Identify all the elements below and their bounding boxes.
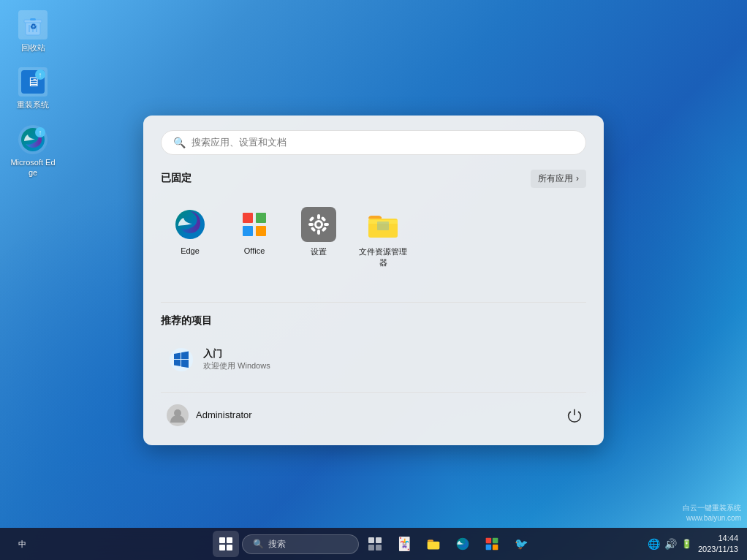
settings-app-label: 设置 <box>311 246 327 257</box>
svg-rect-51 <box>493 545 498 550</box>
file-explorer-app-label: 文件资源管理器 <box>358 246 408 268</box>
system-clock[interactable]: 14:44 2023/11/13 <box>698 533 738 556</box>
recommended-header: 推荐的项目 <box>161 314 586 328</box>
get-started-icon <box>168 347 194 373</box>
clock-time: 14:44 <box>698 533 738 544</box>
svg-rect-48 <box>486 538 492 544</box>
taskbar-search[interactable]: 🔍 搜索 <box>242 534 359 554</box>
pinned-apps-grid: Edge Office <box>161 200 586 287</box>
recommended-title: 推荐的项目 <box>161 314 212 328</box>
taskbar-search-icon: 🔍 <box>253 539 264 549</box>
app-settings[interactable]: 设置 <box>289 200 348 287</box>
pinned-section-header: 已固定 所有应用 › <box>161 170 586 188</box>
svg-rect-43 <box>376 537 382 543</box>
get-started-subtitle: 欢迎使用 Windows <box>203 360 270 371</box>
svg-rect-49 <box>493 538 498 544</box>
user-info[interactable]: Administrator <box>161 400 258 431</box>
taskbar-app-twitter[interactable]: 🐦 <box>508 531 534 557</box>
battery-icon: 🔋 <box>681 539 692 549</box>
taskbar-right: 🌐 🔊 🔋 14:44 2023/11/13 <box>648 533 738 556</box>
svg-rect-44 <box>368 545 374 550</box>
svg-rect-21 <box>256 226 266 236</box>
svg-rect-28 <box>324 223 329 226</box>
taskbar-center: 🔍 搜索 🃏 <box>213 531 534 557</box>
svg-rect-35 <box>377 222 389 230</box>
chevron-right-icon: › <box>576 173 579 183</box>
volume-icon: 🔊 <box>664 538 677 550</box>
svg-rect-38 <box>219 537 225 543</box>
taskbar-app-solitaire[interactable]: 🃏 <box>391 531 417 557</box>
user-name: Administrator <box>196 409 252 420</box>
svg-rect-25 <box>317 214 320 219</box>
taskbar-app-edge[interactable] <box>450 531 476 557</box>
user-avatar <box>167 404 189 426</box>
svg-rect-39 <box>227 537 232 543</box>
search-input[interactable] <box>192 137 574 148</box>
svg-rect-20 <box>243 226 253 236</box>
start-menu-bottom: Administrator <box>161 392 586 431</box>
network-icon: 🌐 <box>648 538 660 550</box>
system-tray: 🌐 🔊 🔋 <box>648 538 692 550</box>
svg-rect-45 <box>376 545 382 550</box>
svg-point-24 <box>316 222 321 227</box>
clock-date: 2023/11/13 <box>698 544 738 555</box>
pinned-title: 已固定 <box>161 172 192 185</box>
language-indicator[interactable]: 中 <box>9 531 35 557</box>
start-menu-overlay: 🔍 已固定 所有应用 › <box>0 0 747 531</box>
get-started-title: 入门 <box>203 347 270 360</box>
all-apps-button[interactable]: 所有应用 › <box>531 170 586 188</box>
svg-rect-42 <box>368 537 374 543</box>
power-button[interactable] <box>563 404 586 427</box>
svg-rect-18 <box>243 213 253 223</box>
recommended-item-get-started[interactable]: 入门 欢迎使用 Windows <box>161 339 586 380</box>
recommended-section: 推荐的项目 入门 <box>161 314 586 380</box>
edge-icon <box>172 207 208 242</box>
office-icon <box>237 207 272 242</box>
section-divider <box>161 302 586 303</box>
search-bar-icon: 🔍 <box>173 137 186 148</box>
watermark: 白云一键重装系统 www.baiyun.com <box>683 503 741 523</box>
file-explorer-icon <box>365 207 401 242</box>
search-bar[interactable]: 🔍 <box>161 130 586 155</box>
svg-rect-46 <box>428 542 440 550</box>
settings-icon <box>301 207 336 242</box>
app-office[interactable]: Office <box>225 200 284 287</box>
svg-rect-41 <box>227 545 232 550</box>
app-file-explorer[interactable]: 文件资源管理器 <box>354 200 412 287</box>
svg-rect-27 <box>308 223 314 226</box>
app-edge[interactable]: Edge <box>161 200 219 287</box>
get-started-text: 入门 欢迎使用 Windows <box>203 347 270 371</box>
taskbar-app-file-explorer[interactable] <box>420 531 447 557</box>
taskbar: 中 🔍 搜索 <box>0 528 747 560</box>
taskbar-left: 中 <box>9 531 35 557</box>
start-menu: 🔍 已固定 所有应用 › <box>143 116 604 445</box>
office-app-label: Office <box>244 246 265 255</box>
svg-rect-19 <box>256 213 266 223</box>
svg-rect-40 <box>219 545 225 550</box>
start-button[interactable] <box>213 531 239 557</box>
desktop: ♻ 回收站 🖥 ↑ 重装系统 <box>0 0 747 560</box>
svg-rect-26 <box>317 230 320 235</box>
edge-app-label: Edge <box>181 246 200 255</box>
svg-rect-50 <box>486 545 492 550</box>
all-apps-label: 所有应用 <box>538 173 573 185</box>
taskbar-search-label: 搜索 <box>268 538 286 550</box>
task-view-button[interactable] <box>362 531 388 557</box>
taskbar-app-store[interactable] <box>479 531 505 557</box>
